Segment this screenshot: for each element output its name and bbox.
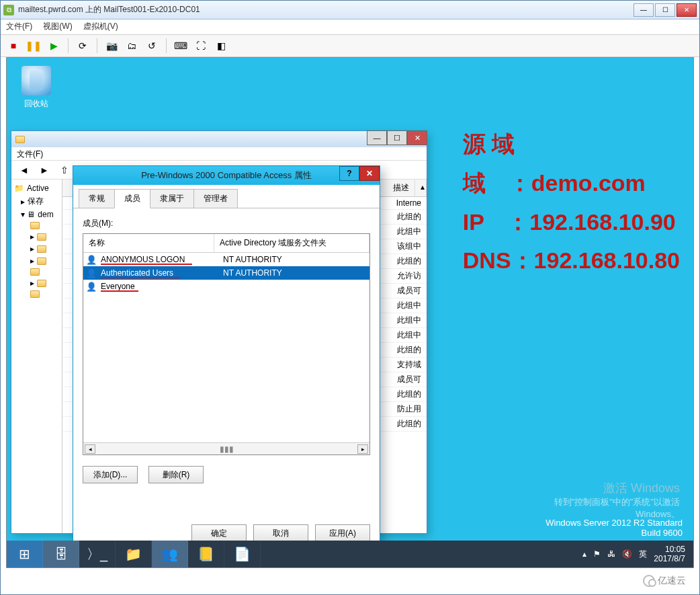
aduc-tree[interactable]: 📁Active ▸ 保存 ▾ 🖥 dem ▸ ▸ ▸ ▸ — [11, 180, 62, 533]
guest-desktop[interactable]: 回收站 源 域 域 ：demo.com IP ：192.168.10.90 DN… — [6, 57, 694, 568]
forward-button[interactable]: ► — [36, 161, 53, 179]
taskbar[interactable]: ⊞ 🗄 〉_ 📁 👥 📒 📄 ▴ ⚑ 🖧 🔇 英 10:05 2017/8/7 — [7, 541, 693, 567]
taskbar-app[interactable]: 📒 — [188, 541, 224, 567]
vmware-toolbar: ■ ❚❚ ▶ ⟳ 📷 🗂 ↺ ⌨ ⛶ ◧ — [1, 34, 699, 57]
toolbar-separator — [68, 38, 69, 53]
up-button[interactable]: ⇧ — [56, 161, 73, 179]
tab-general[interactable]: 常规 — [79, 189, 115, 208]
dialog-close-button[interactable]: ✕ — [359, 166, 380, 181]
tree-folder[interactable]: ▸ — [14, 255, 59, 267]
members-list-header: 名称 Active Directory 域服务文件夹 — [83, 234, 369, 253]
tree-folder[interactable]: ▸ — [14, 243, 59, 255]
folder-icon — [15, 136, 25, 143]
window-controls: — ☐ ✕ — [633, 3, 697, 17]
clock[interactable]: 10:05 2017/8/7 — [654, 545, 685, 564]
tree-folder[interactable]: ▸ — [14, 231, 59, 243]
aduc-titlebar[interactable] — [11, 131, 427, 147]
vmware-icon: ⧉ — [3, 5, 14, 15]
tray-network-icon[interactable]: 🖧 — [607, 549, 615, 559]
taskbar-aduc[interactable]: 👥 — [152, 541, 188, 567]
remove-button[interactable]: 删除(R) — [148, 466, 204, 483]
play-button[interactable]: ▶ — [45, 37, 62, 54]
aduc-maximize-button[interactable]: ☐ — [387, 130, 407, 145]
scroll-left-icon[interactable]: ◂ — [85, 444, 95, 454]
activate-windows-watermark: 激活 Windows 转到"控制面板"中的"系统"以激活 Windows。 — [554, 480, 680, 520]
member-name: ANONYMOUS LOGON — [101, 255, 223, 264]
refresh-button[interactable]: ⟳ — [74, 37, 91, 54]
unity-button[interactable]: ◧ — [212, 37, 230, 54]
member-row[interactable]: 👤 Everyone — [83, 280, 369, 293]
maximize-button[interactable]: ☐ — [655, 3, 675, 17]
vmware-window: ⧉ mailtest.pwrd.com 上的 MailTest001-Ex201… — [0, 0, 700, 595]
tray-sound-icon[interactable]: 🔇 — [622, 549, 632, 559]
members-listview[interactable]: 名称 Active Directory 域服务文件夹 👤 ANONYMOUS L… — [83, 233, 370, 455]
os-version-text: Windows Server 2012 R2 Standard Build 96… — [545, 518, 683, 538]
back-button[interactable]: ◄ — [15, 161, 33, 179]
tray-ime[interactable]: 英 — [639, 549, 647, 560]
tree-folder[interactable] — [14, 289, 59, 299]
cancel-button[interactable]: 取消 — [253, 524, 308, 542]
member-name: Everyone — [101, 282, 223, 291]
aduc-close-button[interactable]: ✕ — [407, 130, 427, 145]
revert-button[interactable]: ↺ — [143, 37, 161, 54]
tray-flag-icon[interactable]: ⚑ — [593, 549, 601, 559]
tree-folder[interactable] — [14, 267, 59, 277]
minimize-button[interactable]: — — [633, 3, 654, 17]
menu-vm[interactable]: 虚拟机(V) — [83, 21, 118, 33]
snapshot-button[interactable]: 📷 — [103, 37, 120, 54]
aduc-menubar[interactable]: 文件(F) — [11, 147, 427, 161]
member-directory: NT AUTHORITY — [223, 255, 367, 264]
toolbar-separator — [97, 38, 97, 53]
start-button[interactable]: ⊞ — [7, 541, 43, 567]
poweroff-button[interactable]: ■ — [5, 37, 22, 54]
tab-members[interactable]: 成员 — [114, 189, 150, 208]
close-button[interactable]: ✕ — [676, 3, 697, 17]
yisu-icon — [643, 575, 655, 587]
member-row[interactable]: 👤 Authenticated Users NT AUTHORITY — [83, 266, 369, 280]
fullscreen-button[interactable]: ⛶ — [192, 37, 210, 54]
add-button[interactable]: 添加(D)... — [83, 466, 138, 483]
horizontal-scrollbar[interactable]: ◂ ▮▮▮ ▸ — [83, 442, 369, 454]
tree-saved[interactable]: ▸ 保存 — [14, 194, 59, 208]
dialog-titlebar[interactable]: Pre-Windows 2000 Compatible Access 属性 ? … — [73, 166, 380, 185]
aduc-window-controls: — ☐ ✕ — [367, 130, 427, 145]
tray-up-icon[interactable]: ▴ — [582, 549, 586, 559]
taskbar-explorer[interactable]: 📁 — [116, 541, 152, 567]
tree-folder[interactable] — [14, 221, 59, 231]
members-label: 成员(M): — [83, 218, 370, 229]
scroll-up-icon[interactable]: ▴ — [415, 180, 427, 196]
aduc-menu-file[interactable]: 文件(F) — [17, 149, 43, 159]
col-directory[interactable]: Active Directory 域服务文件夹 — [214, 234, 369, 252]
tab-managedby[interactable]: 管理者 — [193, 189, 238, 208]
ok-button[interactable]: 确定 — [191, 524, 247, 542]
tree-folder[interactable]: ▸ — [14, 277, 59, 289]
vmware-titlebar[interactable]: ⧉ mailtest.pwrd.com 上的 MailTest001-Ex201… — [1, 1, 699, 19]
tab-memberof[interactable]: 隶属于 — [150, 189, 194, 208]
pause-button[interactable]: ❚❚ — [25, 37, 42, 54]
members-panel: 成员(M): 名称 Active Directory 域服务文件夹 👤 ANON… — [73, 208, 380, 493]
taskbar-server-manager[interactable]: 🗄 — [43, 541, 79, 567]
scroll-right-icon[interactable]: ▸ — [357, 444, 368, 454]
snapshot-manager-button[interactable]: 🗂 — [123, 37, 140, 54]
recycle-bin-icon[interactable]: 回收站 — [16, 66, 56, 110]
taskbar-powershell[interactable]: 〉_ — [79, 541, 116, 567]
user-icon: 👤 — [86, 268, 97, 278]
dialog-title: Pre-Windows 2000 Compatible Access 属性 — [141, 169, 312, 182]
recycle-label: 回收站 — [16, 98, 56, 110]
aduc-minimize-button[interactable]: — — [367, 130, 387, 145]
menu-file[interactable]: 文件(F) — [6, 21, 32, 33]
user-icon: 👤 — [86, 281, 97, 292]
tree-root[interactable]: 📁Active — [14, 182, 59, 194]
member-row[interactable]: 👤 ANONYMOUS LOGON NT AUTHORITY — [83, 253, 369, 266]
menu-view[interactable]: 视图(W) — [43, 21, 72, 33]
col-name[interactable]: 名称 — [83, 234, 214, 252]
help-button[interactable]: ? — [339, 166, 359, 181]
send-cad-button[interactable]: ⌨ — [172, 37, 189, 54]
user-icon: 👤 — [86, 254, 97, 265]
tree-domain[interactable]: ▾ 🖥 dem — [14, 208, 59, 221]
taskbar-notepad[interactable]: 📄 — [224, 541, 261, 567]
system-tray[interactable]: ▴ ⚑ 🖧 🔇 英 10:05 2017/8/7 — [582, 545, 693, 564]
trash-icon — [21, 66, 51, 95]
apply-button[interactable]: 应用(A) — [315, 524, 370, 542]
toolbar-separator — [166, 38, 167, 53]
